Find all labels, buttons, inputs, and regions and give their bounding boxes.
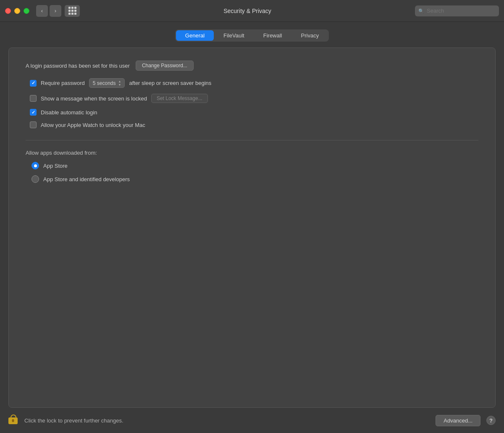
dropdown-value: 5 seconds [93, 80, 116, 86]
search-wrapper [415, 5, 499, 16]
apple-watch-label: Allow your Apple Watch to unlock your Ma… [41, 122, 145, 128]
lock-body-icon [8, 417, 18, 424]
radio-app-store-row[interactable]: App Store [32, 162, 478, 169]
change-password-button[interactable]: Change Password... [136, 61, 194, 71]
require-password-row: Require password 5 seconds ▲ ▼ after sle… [30, 78, 478, 88]
radio-section: App Store App Store and identified devel… [32, 162, 478, 183]
lock-status-text: Click the lock to prevent further change… [24, 417, 430, 424]
password-status-label: A login password has been set for this u… [26, 63, 130, 69]
allow-apps-section: Allow apps downloaded from: App Store Ap… [26, 150, 478, 183]
radio-app-store-label: App Store [43, 163, 68, 169]
tab-firewall[interactable]: Firewall [254, 30, 291, 41]
radio-app-store[interactable] [32, 162, 39, 169]
panel: A login password has been set for this u… [8, 48, 496, 408]
password-timeout-dropdown[interactable]: 5 seconds ▲ ▼ [89, 78, 125, 88]
forward-button[interactable]: › [50, 5, 61, 17]
require-password-label: Require password [41, 80, 85, 86]
tabs-container: General FileVault Firewall Privacy [8, 29, 496, 42]
nav-buttons: ‹ › [36, 5, 80, 17]
require-password-after-label: after sleep or screen saver begins [129, 80, 211, 86]
lock-icon[interactable] [8, 414, 18, 427]
maximize-button[interactable] [24, 8, 29, 14]
allow-apps-heading: Allow apps downloaded from: [26, 150, 478, 156]
apple-watch-checkbox[interactable] [30, 121, 37, 128]
back-button[interactable]: ‹ [36, 5, 48, 17]
bottom-bar: Click the lock to prevent further change… [0, 408, 504, 433]
lock-keyhole-icon [12, 419, 14, 422]
apple-watch-row: Allow your Apple Watch to unlock your Ma… [30, 121, 478, 128]
radio-app-store-developers[interactable] [32, 175, 39, 183]
password-row: A login password has been set for this u… [26, 61, 478, 71]
grid-view-button[interactable] [65, 5, 80, 17]
checkbox-section: Require password 5 seconds ▲ ▼ after sle… [30, 78, 478, 128]
minimize-button[interactable] [14, 8, 20, 14]
show-message-row: Show a message when the screen is locked… [30, 94, 478, 103]
section-divider [26, 140, 478, 140]
show-message-label: Show a message when the screen is locked [41, 95, 147, 102]
radio-app-store-developers-label: App Store and identified developers [43, 176, 130, 182]
disable-login-label: Disable automatic login [41, 109, 97, 116]
tab-group: General FileVault Firewall Privacy [175, 29, 329, 42]
tab-general[interactable]: General [176, 30, 214, 41]
radio-app-store-developers-row[interactable]: App Store and identified developers [32, 175, 478, 183]
advanced-button[interactable]: Advanced... [436, 415, 480, 426]
titlebar: ‹ › Security & Privacy [0, 0, 504, 22]
require-password-checkbox[interactable] [30, 80, 37, 87]
window-title: Security & Privacy [80, 8, 415, 14]
grid-icon [68, 7, 76, 15]
search-input[interactable] [415, 5, 499, 16]
show-message-checkbox[interactable] [30, 95, 37, 102]
close-button[interactable] [5, 8, 11, 14]
tab-privacy[interactable]: Privacy [292, 30, 328, 41]
disable-login-checkbox[interactable] [30, 109, 37, 116]
dropdown-arrows-icon: ▲ ▼ [118, 80, 121, 86]
traffic-lights [5, 8, 29, 14]
main-content: General FileVault Firewall Privacy A log… [0, 22, 504, 408]
disable-login-row: Disable automatic login [30, 109, 478, 116]
set-lock-message-button: Set Lock Message... [151, 94, 208, 103]
tab-filevault[interactable]: FileVault [214, 30, 254, 41]
help-button[interactable]: ? [486, 416, 496, 425]
